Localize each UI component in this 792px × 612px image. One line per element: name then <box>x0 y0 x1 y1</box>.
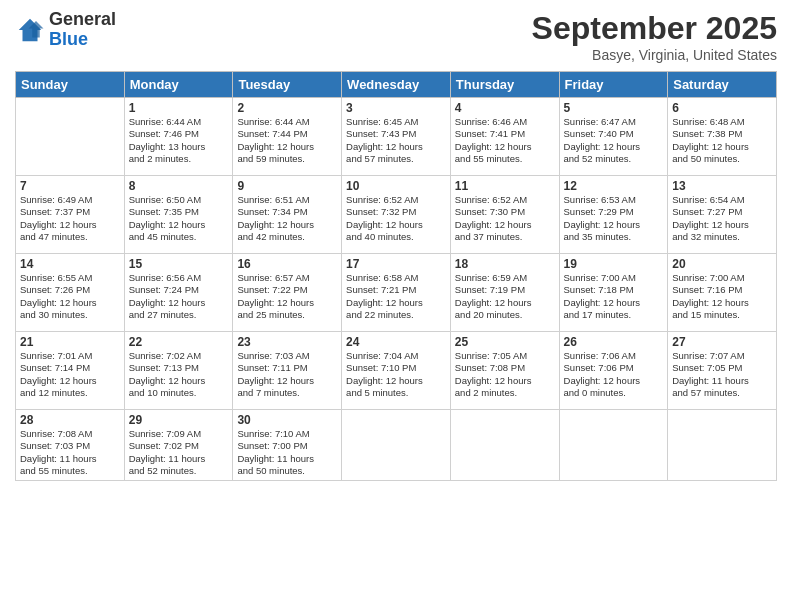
day-number: 19 <box>564 257 664 271</box>
cell-info: Sunrise: 7:00 AM Sunset: 7:16 PM Dayligh… <box>672 272 772 321</box>
day-number: 2 <box>237 101 337 115</box>
calendar-cell <box>342 410 451 481</box>
calendar-cell: 8Sunrise: 6:50 AM Sunset: 7:35 PM Daylig… <box>124 176 233 254</box>
cell-info: Sunrise: 6:54 AM Sunset: 7:27 PM Dayligh… <box>672 194 772 243</box>
cell-info: Sunrise: 7:04 AM Sunset: 7:10 PM Dayligh… <box>346 350 446 399</box>
logo-blue: Blue <box>49 29 88 49</box>
cell-info: Sunrise: 6:46 AM Sunset: 7:41 PM Dayligh… <box>455 116 555 165</box>
calendar-cell <box>450 410 559 481</box>
logo-icon <box>15 15 45 45</box>
cell-info: Sunrise: 7:05 AM Sunset: 7:08 PM Dayligh… <box>455 350 555 399</box>
calendar-cell: 3Sunrise: 6:45 AM Sunset: 7:43 PM Daylig… <box>342 98 451 176</box>
cell-info: Sunrise: 6:58 AM Sunset: 7:21 PM Dayligh… <box>346 272 446 321</box>
calendar-cell: 27Sunrise: 7:07 AM Sunset: 7:05 PM Dayli… <box>668 332 777 410</box>
calendar-cell: 15Sunrise: 6:56 AM Sunset: 7:24 PM Dayli… <box>124 254 233 332</box>
day-number: 25 <box>455 335 555 349</box>
calendar-cell: 12Sunrise: 6:53 AM Sunset: 7:29 PM Dayli… <box>559 176 668 254</box>
calendar-cell <box>668 410 777 481</box>
day-number: 17 <box>346 257 446 271</box>
logo-general: General <box>49 9 116 29</box>
logo: General Blue <box>15 10 116 50</box>
cell-info: Sunrise: 6:50 AM Sunset: 7:35 PM Dayligh… <box>129 194 229 243</box>
day-number: 30 <box>237 413 337 427</box>
calendar-cell: 19Sunrise: 7:00 AM Sunset: 7:18 PM Dayli… <box>559 254 668 332</box>
calendar-cell: 23Sunrise: 7:03 AM Sunset: 7:11 PM Dayli… <box>233 332 342 410</box>
calendar-cell: 29Sunrise: 7:09 AM Sunset: 7:02 PM Dayli… <box>124 410 233 481</box>
cell-info: Sunrise: 7:10 AM Sunset: 7:00 PM Dayligh… <box>237 428 337 477</box>
cell-info: Sunrise: 6:57 AM Sunset: 7:22 PM Dayligh… <box>237 272 337 321</box>
weekday-header-tuesday: Tuesday <box>233 72 342 98</box>
calendar-cell: 9Sunrise: 6:51 AM Sunset: 7:34 PM Daylig… <box>233 176 342 254</box>
calendar-table: SundayMondayTuesdayWednesdayThursdayFrid… <box>15 71 777 481</box>
day-number: 15 <box>129 257 229 271</box>
day-number: 24 <box>346 335 446 349</box>
cell-info: Sunrise: 6:45 AM Sunset: 7:43 PM Dayligh… <box>346 116 446 165</box>
calendar-cell: 18Sunrise: 6:59 AM Sunset: 7:19 PM Dayli… <box>450 254 559 332</box>
calendar-cell: 7Sunrise: 6:49 AM Sunset: 7:37 PM Daylig… <box>16 176 125 254</box>
weekday-header-row: SundayMondayTuesdayWednesdayThursdayFrid… <box>16 72 777 98</box>
weekday-header-saturday: Saturday <box>668 72 777 98</box>
cell-info: Sunrise: 6:51 AM Sunset: 7:34 PM Dayligh… <box>237 194 337 243</box>
day-number: 9 <box>237 179 337 193</box>
cell-info: Sunrise: 6:44 AM Sunset: 7:44 PM Dayligh… <box>237 116 337 165</box>
day-number: 28 <box>20 413 120 427</box>
calendar-cell: 30Sunrise: 7:10 AM Sunset: 7:00 PM Dayli… <box>233 410 342 481</box>
header: General Blue September 2025 Basye, Virgi… <box>15 10 777 63</box>
month-title: September 2025 <box>532 10 777 47</box>
calendar-cell: 24Sunrise: 7:04 AM Sunset: 7:10 PM Dayli… <box>342 332 451 410</box>
calendar-cell: 11Sunrise: 6:52 AM Sunset: 7:30 PM Dayli… <box>450 176 559 254</box>
cell-info: Sunrise: 7:00 AM Sunset: 7:18 PM Dayligh… <box>564 272 664 321</box>
day-number: 10 <box>346 179 446 193</box>
calendar-cell: 28Sunrise: 7:08 AM Sunset: 7:03 PM Dayli… <box>16 410 125 481</box>
page-container: General Blue September 2025 Basye, Virgi… <box>0 0 792 612</box>
day-number: 21 <box>20 335 120 349</box>
cell-info: Sunrise: 6:44 AM Sunset: 7:46 PM Dayligh… <box>129 116 229 165</box>
cell-info: Sunrise: 6:49 AM Sunset: 7:37 PM Dayligh… <box>20 194 120 243</box>
cell-info: Sunrise: 6:59 AM Sunset: 7:19 PM Dayligh… <box>455 272 555 321</box>
calendar-cell: 4Sunrise: 6:46 AM Sunset: 7:41 PM Daylig… <box>450 98 559 176</box>
title-block: September 2025 Basye, Virginia, United S… <box>532 10 777 63</box>
logo-text: General Blue <box>49 10 116 50</box>
cell-info: Sunrise: 6:48 AM Sunset: 7:38 PM Dayligh… <box>672 116 772 165</box>
weekday-header-sunday: Sunday <box>16 72 125 98</box>
calendar-cell: 2Sunrise: 6:44 AM Sunset: 7:44 PM Daylig… <box>233 98 342 176</box>
cell-info: Sunrise: 6:53 AM Sunset: 7:29 PM Dayligh… <box>564 194 664 243</box>
day-number: 12 <box>564 179 664 193</box>
day-number: 5 <box>564 101 664 115</box>
day-number: 8 <box>129 179 229 193</box>
calendar-cell: 21Sunrise: 7:01 AM Sunset: 7:14 PM Dayli… <box>16 332 125 410</box>
day-number: 18 <box>455 257 555 271</box>
week-row-1: 1Sunrise: 6:44 AM Sunset: 7:46 PM Daylig… <box>16 98 777 176</box>
cell-info: Sunrise: 6:52 AM Sunset: 7:32 PM Dayligh… <box>346 194 446 243</box>
day-number: 6 <box>672 101 772 115</box>
day-number: 26 <box>564 335 664 349</box>
cell-info: Sunrise: 7:07 AM Sunset: 7:05 PM Dayligh… <box>672 350 772 399</box>
cell-info: Sunrise: 7:06 AM Sunset: 7:06 PM Dayligh… <box>564 350 664 399</box>
cell-info: Sunrise: 6:52 AM Sunset: 7:30 PM Dayligh… <box>455 194 555 243</box>
day-number: 1 <box>129 101 229 115</box>
day-number: 27 <box>672 335 772 349</box>
calendar-cell <box>559 410 668 481</box>
calendar-cell: 1Sunrise: 6:44 AM Sunset: 7:46 PM Daylig… <box>124 98 233 176</box>
calendar-cell: 6Sunrise: 6:48 AM Sunset: 7:38 PM Daylig… <box>668 98 777 176</box>
calendar-cell: 10Sunrise: 6:52 AM Sunset: 7:32 PM Dayli… <box>342 176 451 254</box>
calendar-cell: 13Sunrise: 6:54 AM Sunset: 7:27 PM Dayli… <box>668 176 777 254</box>
weekday-header-friday: Friday <box>559 72 668 98</box>
day-number: 11 <box>455 179 555 193</box>
weekday-header-thursday: Thursday <box>450 72 559 98</box>
cell-info: Sunrise: 7:03 AM Sunset: 7:11 PM Dayligh… <box>237 350 337 399</box>
cell-info: Sunrise: 7:08 AM Sunset: 7:03 PM Dayligh… <box>20 428 120 477</box>
cell-info: Sunrise: 6:55 AM Sunset: 7:26 PM Dayligh… <box>20 272 120 321</box>
location: Basye, Virginia, United States <box>532 47 777 63</box>
week-row-5: 28Sunrise: 7:08 AM Sunset: 7:03 PM Dayli… <box>16 410 777 481</box>
calendar-cell: 17Sunrise: 6:58 AM Sunset: 7:21 PM Dayli… <box>342 254 451 332</box>
calendar-cell: 5Sunrise: 6:47 AM Sunset: 7:40 PM Daylig… <box>559 98 668 176</box>
calendar-cell: 22Sunrise: 7:02 AM Sunset: 7:13 PM Dayli… <box>124 332 233 410</box>
week-row-2: 7Sunrise: 6:49 AM Sunset: 7:37 PM Daylig… <box>16 176 777 254</box>
cell-info: Sunrise: 6:56 AM Sunset: 7:24 PM Dayligh… <box>129 272 229 321</box>
day-number: 14 <box>20 257 120 271</box>
day-number: 7 <box>20 179 120 193</box>
cell-info: Sunrise: 6:47 AM Sunset: 7:40 PM Dayligh… <box>564 116 664 165</box>
day-number: 23 <box>237 335 337 349</box>
cell-info: Sunrise: 7:01 AM Sunset: 7:14 PM Dayligh… <box>20 350 120 399</box>
